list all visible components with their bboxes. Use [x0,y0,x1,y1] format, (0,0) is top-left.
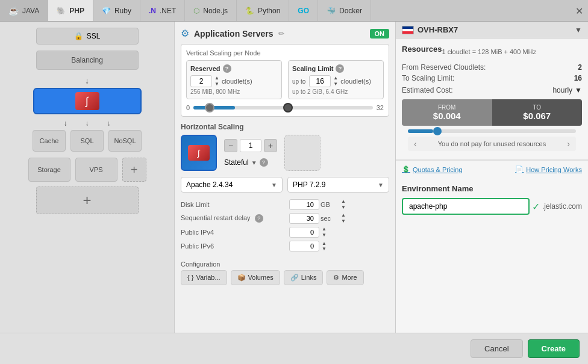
hourly-dropdown[interactable]: hourly ▼ [552,86,582,94]
ipv6-down[interactable]: ▼ [322,246,327,252]
storage-node[interactable]: Storage [28,158,70,182]
stateful-label: Stateful [224,158,249,167]
public-ipv4-value[interactable] [289,227,319,238]
reserved-sub: 256 MiB, 800 MHz [190,88,278,95]
disk-limit-up[interactable]: ▲ [341,199,346,205]
scaling-limit-input: up to ▲ ▼ cloudlet(s) [292,75,380,87]
vertical-scaling-label: Vertical Scaling per Node [186,49,384,57]
tab-dotnet[interactable]: .N .NET [140,0,185,21]
scaling-limit-box: Scaling Limit ? up to ▲ ▼ cloudlet(s) [288,60,384,99]
public-ipv4-input: ▲ ▼ [289,226,327,238]
restart-delay-value[interactable] [289,213,319,224]
stateful-help-icon[interactable]: ? [260,158,268,167]
how-pricing-link[interactable]: 📄 How Pricing Works [515,165,582,173]
env-name-input[interactable] [402,198,530,215]
region-name: OVH-RBX7 [418,25,571,34]
ipv6-up[interactable]: ▲ [322,241,327,247]
scaling-limit-down-arrow[interactable]: ▼ [333,81,338,87]
restart-delay-row: Sequential restart delay ? sec ▲ ▼ [181,212,389,224]
restart-delay-spinners: ▲ ▼ [341,212,346,224]
disk-limit-down[interactable]: ▼ [341,205,346,211]
quotas-link[interactable]: 💲 Quotas & Pricing [402,165,463,173]
disk-limit-input: GB ▲ ▼ [289,199,346,210]
create-button[interactable]: Create [528,339,580,358]
cache-node[interactable]: Cache [33,130,66,152]
storage-label: Storage [37,166,61,173]
env-check-icon: ✓ [532,201,540,212]
ipv4-down[interactable]: ▼ [322,232,327,238]
tab-docker-label: Docker [339,7,362,15]
tab-nodejs[interactable]: ⬡ Node.js [185,0,237,21]
carousel-left-arrow[interactable]: ‹ [411,139,419,149]
php-version-dropdown[interactable]: PHP 7.2.9 ▼ [287,177,389,193]
reserved-cloudlets-input[interactable] [190,75,212,87]
app-node-box[interactable]: ∫ [33,88,142,114]
tab-php[interactable]: 🐘 PHP [48,0,93,21]
variables-button[interactable]: { } Variab... [181,270,227,285]
tab-python[interactable]: 🐍 Python [237,0,289,21]
tab-ruby[interactable]: 💎 Ruby [93,0,140,21]
vps-node[interactable]: VPS [75,158,117,182]
hourly-arrow: ▼ [575,86,582,94]
balancing-box[interactable]: Balancing [36,51,139,70]
tab-java[interactable]: ☕ JAVA [0,0,48,21]
reserved-help-icon[interactable]: ? [223,64,231,73]
vps-label: VPS [89,166,102,173]
arrows-row: ↓ ↓ ↓ [64,119,111,128]
footer: Cancel Create [0,333,588,364]
node-count-stepper: − 1 + [224,139,277,152]
apache-version-dropdown[interactable]: Apache 2.4.34 ▼ [181,177,283,193]
links-button[interactable]: 🔗 Links [284,270,324,285]
region-bar[interactable]: OVH-RBX7 ▼ [396,22,588,39]
volumes-icon: 📦 [237,274,246,282]
python-icon: 🐍 [245,7,254,15]
left-panel: 🔒 SSL Balancing ↓ ∫ ↓ ↓ ↓ Cache SQL [0,22,175,333]
servers-icon: ⚙ [181,28,189,39]
toggle-on[interactable]: ON [370,29,390,39]
more-button[interactable]: ⚙ More [327,270,363,285]
edit-icon[interactable]: ✏ [278,29,284,38]
decrement-button[interactable]: − [224,139,237,152]
reserved-up-arrow[interactable]: ▲ [214,75,219,81]
disk-limit-value[interactable] [289,199,319,210]
stepper-value: 1 [240,139,261,152]
reserved-box: Reserved ? ▲ ▼ cloudlet(s) 256 MiB, 800 … [186,60,282,99]
public-ipv6-value[interactable] [289,241,319,251]
restart-delay-down[interactable]: ▼ [341,218,346,224]
stateful-select[interactable]: Stateful ▼ ? [224,158,277,167]
increment-button[interactable]: + [264,139,277,152]
tab-go[interactable]: GO [289,0,318,21]
public-ipv6-label: Public IPv6 [181,242,289,250]
disk-limit-spinners: ▲ ▼ [341,199,346,210]
tab-docker[interactable]: 🐳 Docker [318,0,371,21]
resources-title: Resources [402,45,442,54]
price-slider-container [402,129,582,133]
section-header: ⚙ Application Servers ✏ ON [181,28,389,39]
restart-delay-up[interactable]: ▲ [341,212,346,218]
scaling-limit-help-icon[interactable]: ? [336,64,344,73]
close-button[interactable]: ✕ [570,0,588,22]
add-layer-button[interactable]: + [36,187,139,214]
price-slider-thumb [433,127,442,135]
scaling-limit-cloudlets-input[interactable] [309,75,331,87]
slider-max: 32 [377,104,384,111]
add-node-button[interactable]: + [122,158,146,182]
scaling-limit-up-arrow[interactable]: ▲ [333,75,338,81]
public-ipv4-spinners: ▲ ▼ [322,226,327,238]
ssl-box[interactable]: 🔒 SSL [36,28,139,45]
tab-ruby-label: Ruby [114,7,131,15]
cancel-button[interactable]: Cancel [471,339,522,358]
php-node: ∫ [181,135,217,171]
configuration-section: Configuration { } Variab... 📦 Volumes 🔗 … [181,261,389,285]
volumes-button[interactable]: 📦 Volumes [231,270,280,285]
go-icon: GO [298,7,309,15]
carousel-right-arrow[interactable]: › [565,139,572,149]
ipv4-up[interactable]: ▲ [322,226,327,232]
price-slider[interactable] [408,129,576,133]
sql-node[interactable]: SQL [70,130,104,152]
restart-help-icon[interactable]: ? [255,214,263,223]
reserved-down-arrow[interactable]: ▼ [214,81,219,87]
reserved-unit: cloudlet(s) [222,78,252,85]
nosql-node[interactable]: NoSQL [108,130,142,152]
scaling-slider[interactable] [193,106,373,110]
